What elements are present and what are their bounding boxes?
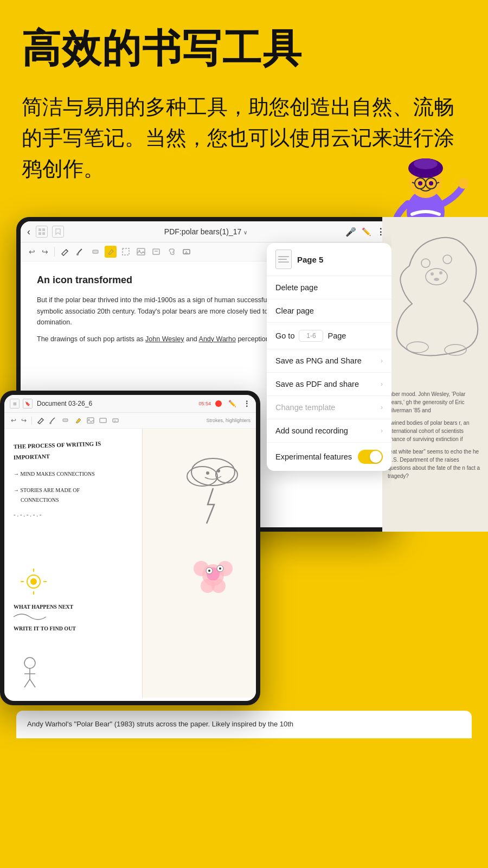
svg-rect-30 [63, 419, 68, 422]
experimental-item[interactable]: Experimental features [267, 443, 391, 471]
text-tool-icon[interactable] [150, 246, 162, 258]
delete-page-item[interactable]: Delete page [267, 276, 391, 299]
page-number-label: Page 5 [297, 255, 323, 264]
clear-page-item[interactable]: Clear page [267, 299, 391, 323]
tb-link-tool[interactable]: A [111, 416, 120, 425]
save-png-label: Save as PNG and Share [275, 356, 362, 365]
eraser-tool-icon[interactable] [105, 246, 117, 258]
pen-icon[interactable]: ✏️ [362, 227, 371, 236]
tb-undo[interactable]: ↩ [10, 416, 17, 425]
right-doc-panel: mber mood. John Wesley, 'Polar Bears,' g… [382, 217, 488, 532]
image-tool-icon[interactable] [135, 246, 147, 258]
sketch-area [142, 429, 256, 698]
pen-tool-icon[interactable] [59, 246, 71, 258]
svg-text:- . - . - . - . -: - . - . - . - . - [14, 511, 42, 518]
page-thumbnail-icon [275, 250, 292, 269]
right-doc-para-2: rtwined bodies of polar bears r, an inte… [388, 419, 483, 443]
tb-bookmark-icon[interactable]: 🔖 [23, 399, 33, 409]
grid-icon[interactable] [36, 226, 48, 238]
svg-point-69 [219, 567, 221, 570]
svg-point-55 [191, 458, 235, 486]
svg-point-64 [211, 579, 226, 593]
svg-point-58 [206, 471, 209, 475]
right-doc-text: mber mood. John Wesley, 'Polar Bears,' g… [388, 390, 483, 480]
svg-point-56 [187, 467, 217, 486]
hero-title: 高效的书写工具 [22, 27, 466, 70]
tb-eraser-tool[interactable] [73, 416, 83, 425]
svg-text:THE PROCESS OF WRITING IS: THE PROCESS OF WRITING IS [14, 441, 101, 450]
svg-point-50 [24, 658, 35, 668]
goto-input[interactable] [299, 330, 323, 342]
andy-warhol-link[interactable]: Andy Warho [199, 335, 236, 343]
svg-text:WRITE IT TO FIND OUT: WRITE IT TO FIND OUT [14, 626, 76, 631]
tablet-bottom-screen: ⊞ 🔖 Document 03-26_6 05:54 ✏️ ⋮ ↩ ↪ [4, 395, 256, 701]
redo-button[interactable]: ↪ [40, 246, 50, 258]
link-tool-icon[interactable] [165, 246, 177, 258]
tb-marker-tool[interactable] [61, 416, 70, 425]
mic-icon[interactable]: 🎤 [345, 227, 356, 237]
svg-text:WHAT HAPPENS NEXT: WHAT HAPPENS NEXT [14, 604, 74, 610]
svg-point-61 [194, 561, 209, 576]
tb-divider [31, 417, 32, 425]
document-title: PDF:polar bears(1)_17 ∨ [72, 227, 340, 236]
svg-rect-33 [100, 418, 106, 423]
save-png-item[interactable]: Save as PNG and Share › [267, 349, 391, 373]
change-template-item[interactable]: Change template › [267, 396, 391, 419]
notebook-content-area: THE PROCESS OF WRITING IS IMPORTANT → MI… [4, 429, 256, 698]
svg-line-53 [24, 679, 30, 687]
svg-point-71 [443, 255, 452, 264]
tb-brush-tool[interactable] [48, 416, 58, 425]
clear-page-label: Clear page [275, 307, 314, 315]
svg-rect-18 [42, 232, 45, 235]
right-doc-para-1: mber mood. John Wesley, 'Polar Bears,' g… [388, 390, 483, 414]
tablet-bottom-toolbar: ↩ ↪ [4, 413, 256, 429]
marker-tool-icon[interactable] [89, 246, 101, 258]
goto-page-item[interactable]: Go to Page [267, 323, 391, 349]
goto-label: Go to [275, 331, 294, 340]
experimental-toggle[interactable] [358, 450, 383, 464]
svg-rect-16 [42, 228, 45, 231]
tb-pen-icon[interactable]: ✏️ [228, 400, 236, 407]
text-box-icon[interactable]: A [181, 246, 192, 258]
brush-tool-icon[interactable] [74, 246, 86, 258]
svg-point-76 [407, 342, 428, 353]
right-doc-para-3: reat white bear" seems to echo the he U.… [388, 448, 483, 480]
delete-page-label: Delete page [275, 283, 318, 292]
tb-redo[interactable]: ↪ [20, 416, 28, 425]
undo-button[interactable]: ↩ [27, 246, 37, 258]
back-button[interactable]: ‹ [27, 226, 30, 238]
bookmark-icon[interactable] [52, 226, 64, 238]
tb-pen-tool[interactable] [36, 416, 46, 425]
context-menu: Page 5 Delete page Clear page Go to Page [267, 243, 391, 471]
title-dropdown-arrow[interactable]: ∨ [243, 229, 247, 235]
add-sound-item[interactable]: Add sound recording › [267, 419, 391, 443]
page-line-1 [278, 256, 289, 257]
page-lines [278, 256, 289, 263]
tb-grid-icon[interactable]: ⊞ [10, 399, 20, 409]
svg-rect-22 [123, 248, 129, 255]
john-wesley-link[interactable]: John Wesley [145, 335, 184, 343]
selection-tool-icon[interactable] [120, 246, 132, 258]
tb-strokes-label: Strokes, highlighters [206, 418, 251, 423]
svg-point-59 [217, 469, 220, 473]
svg-rect-17 [38, 232, 41, 235]
tb-document-title: Document 03-26_6 [37, 400, 194, 407]
change-template-arrow: › [381, 404, 383, 411]
add-sound-arrow: › [381, 427, 383, 435]
svg-point-11 [418, 181, 422, 186]
svg-point-75 [434, 278, 439, 281]
save-pdf-item[interactable]: Save as PDF and share › [267, 373, 391, 396]
bottom-section: Andy Warhol's "Polar Bear" (1983) struts… [0, 705, 488, 738]
goto-container: Go to Page [275, 330, 346, 342]
svg-line-54 [30, 679, 35, 687]
tablet-bottom-header: ⊞ 🔖 Document 03-26_6 05:54 ✏️ ⋮ [4, 395, 256, 413]
svg-text:A: A [114, 419, 117, 423]
hero-section: 高效的书写工具 简洁与易用的多种工具，助您创造出自然、流畅的手写笔记。当然，您也… [0, 0, 488, 195]
tb-more-options[interactable]: ⋮ [243, 399, 251, 408]
toolbar-divider-1 [54, 247, 55, 257]
tb-text-tool[interactable] [98, 416, 108, 425]
page-line-2 [278, 259, 287, 260]
experimental-label: Experimental features [275, 452, 352, 461]
tb-image-tool[interactable] [86, 416, 95, 425]
svg-text:A: A [185, 250, 188, 255]
